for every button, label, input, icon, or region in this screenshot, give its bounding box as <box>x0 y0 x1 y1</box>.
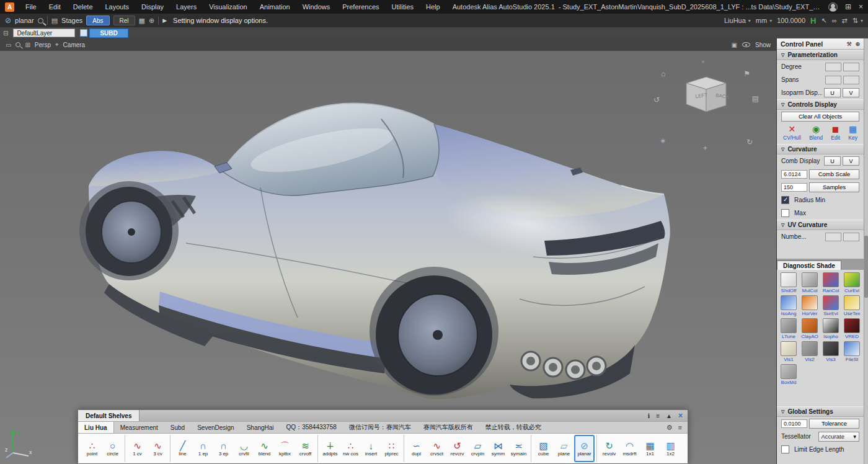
tool-dupl[interactable]: ∽ dupl <box>406 435 427 462</box>
tool-addpts[interactable]: ∔ addpts <box>320 435 340 462</box>
samples-button[interactable]: Samples <box>809 182 859 192</box>
diagnostic-shade-titlebar[interactable]: Diagnostic Shade <box>777 259 864 270</box>
subd-layer-tab[interactable]: SUBD <box>89 29 128 38</box>
tool-line[interactable]: ╱ line <box>172 435 193 462</box>
shade-rancol-button[interactable]: RanCol <box>820 272 841 293</box>
radius-min-checkbox[interactable] <box>781 196 789 204</box>
swap-icon[interactable]: ⇄ <box>842 17 848 25</box>
shelf-tab-subd[interactable]: Subd <box>164 422 191 433</box>
menu-preferences[interactable]: Preferences <box>336 3 385 11</box>
point-snap-icon[interactable]: ⊕ <box>149 17 154 25</box>
tool-kptbx[interactable]: ⌒ kptbx <box>275 435 295 462</box>
isoparm-v-button[interactable]: V <box>843 88 859 97</box>
dropdown-icon[interactable]: ▾ <box>861 18 863 24</box>
shade-isoang-button[interactable]: IsoAng <box>778 295 799 316</box>
menu-help[interactable]: Help <box>420 3 446 11</box>
tool-crvoff[interactable]: ≋ crvoff <box>295 435 316 462</box>
collapse-icon[interactable]: ▲ <box>666 413 672 419</box>
tool-crvsct[interactable]: ∿ crvsct <box>427 435 447 462</box>
tool-1x2[interactable]: ▥ 1x2 <box>660 435 681 462</box>
section-uv-curvature[interactable]: ▽ UV Curvature <box>777 220 864 230</box>
viewport-persp-label[interactable]: Persp <box>35 42 51 48</box>
shelf-tab-shanghai[interactable]: ShangHai <box>241 422 280 433</box>
user-avatar-icon[interactable] <box>828 2 838 12</box>
tessellator-select[interactable]: Accurate ▾ <box>818 432 860 442</box>
tool-cube[interactable]: ▧ cube <box>533 435 554 462</box>
shade-usetex-button[interactable]: UseTex <box>841 295 862 316</box>
units-label[interactable]: mm <box>756 17 767 24</box>
shelf-tab-liu-hua[interactable]: Liu Hua <box>78 422 114 433</box>
abs-button[interactable]: Abs <box>86 16 109 25</box>
menu-layers[interactable]: Layers <box>170 3 203 11</box>
samples-field[interactable]: 150 <box>781 183 807 192</box>
shade-filest-button[interactable]: FileSt <box>841 341 862 362</box>
tool-point[interactable]: ∴ point <box>82 435 102 462</box>
tool-msdrft[interactable]: ◠ msdrft <box>619 435 640 462</box>
tool-1-cv[interactable]: ∿ 1 cv <box>127 435 148 462</box>
eye-icon[interactable] <box>742 42 750 47</box>
tool-revcrv[interactable]: ↺ revcrv <box>447 435 467 462</box>
tool-plane[interactable]: ▱ plane <box>554 435 574 462</box>
shade-vis2-button[interactable]: Vis2 <box>799 341 820 362</box>
tool-ptprec[interactable]: ∷ ptprec <box>381 435 402 462</box>
control-panel-header[interactable]: Control Panel ⚒ ⊕ <box>777 38 864 50</box>
layers-icon[interactable]: ⊟ <box>3 30 8 37</box>
search-icon[interactable] <box>38 18 43 24</box>
max-checkbox[interactable] <box>781 209 789 217</box>
comb-scale-field[interactable]: 6.0124 <box>781 170 807 179</box>
shelves-window[interactable]: Default Shelves ℹ ≡ ▲ × Liu HuaMeasureme… <box>78 409 688 464</box>
scale-value[interactable]: 100.0000 <box>777 17 805 24</box>
pin-icon[interactable]: ⊕ <box>855 41 860 47</box>
shade-ltune-button[interactable]: LTune <box>778 318 799 339</box>
clear-all-objects-button[interactable]: Clear All Objects <box>781 112 859 122</box>
key-button[interactable]: ▦ Key <box>848 125 857 141</box>
uv-field-2[interactable] <box>843 233 859 241</box>
comb-scale-button[interactable]: Comb Scale <box>809 169 859 179</box>
degree-u-field[interactable] <box>825 63 841 71</box>
shade-curevl-button[interactable]: CurEvl <box>841 272 862 293</box>
comb-v-button[interactable]: V <box>843 156 859 166</box>
menu-windows[interactable]: Windows <box>296 3 337 11</box>
section-controls-display[interactable]: ▽ Controls Display <box>777 99 864 110</box>
default-layer-tab[interactable]: DefaultLayer <box>13 29 75 37</box>
shade-mulcol-button[interactable]: MulCol <box>799 272 820 293</box>
history-badge[interactable]: H <box>810 16 816 25</box>
tool-planar[interactable]: ⊘ planar <box>574 435 595 462</box>
shade-horver-button[interactable]: HorVer <box>799 295 820 316</box>
shelf-tab-measurement[interactable]: Measurement <box>114 422 164 433</box>
subd-swatch-icon[interactable] <box>80 29 87 37</box>
tool-3-cv[interactable]: ∿ 3 cv <box>148 435 168 462</box>
perspective-viewport[interactable]: ▭ ⊞ Persp ⌖ Camera ▣ Show ▫ ⌂ ⚑ ↺ ▤ ∗ + … <box>0 38 776 464</box>
shade-shdoff-button[interactable]: ShdOff <box>778 272 799 293</box>
shade-surevl-button[interactable]: SurEvl <box>820 295 841 316</box>
wrench-icon[interactable]: ⚒ <box>846 41 851 47</box>
shade-isopho-button[interactable]: Isopho <box>820 318 841 339</box>
viewport-layout-icon[interactable]: ⊞ <box>25 42 30 48</box>
tool-circle[interactable]: ○ circle <box>102 435 123 462</box>
tool-blend[interactable]: ∿ blend <box>254 435 275 462</box>
shade-vis1-button[interactable]: Vis1 <box>778 341 799 362</box>
degree-v-field[interactable] <box>843 63 859 71</box>
menu-file[interactable]: File <box>19 3 43 11</box>
grid-snap-icon[interactable]: ▦ <box>139 17 145 25</box>
tool-1x1[interactable]: ▦ 1x1 <box>640 435 660 462</box>
section-global-settings[interactable]: ▽ Global Settings <box>777 406 864 417</box>
spans-v-field[interactable] <box>843 76 859 84</box>
shade-vis3-button[interactable]: Vis3 <box>820 341 841 362</box>
link-icon[interactable]: ∞ <box>832 17 837 24</box>
shelf-tab-sevendesign[interactable]: SevenDesign <box>191 422 240 433</box>
menu-visualization[interactable]: Visualization <box>203 3 254 11</box>
cube-lock-icon[interactable]: ▫ <box>702 57 704 66</box>
section-curvature[interactable]: ▽ Curvature <box>777 144 864 154</box>
view-cube-graphic[interactable]: LEFT BACK <box>653 66 759 140</box>
zoom-plus-icon[interactable]: + <box>703 144 707 153</box>
shade-boxmd-button[interactable]: BoxMd <box>778 364 799 385</box>
tool-symaln[interactable]: ≍ symaln <box>508 435 529 462</box>
stages-label[interactable]: Stages <box>61 17 82 24</box>
comb-u-button[interactable]: U <box>824 156 841 166</box>
hamburger-icon[interactable]: ≡ <box>678 424 682 431</box>
menu-animation[interactable]: Animation <box>254 3 296 11</box>
show-label[interactable]: Show <box>755 42 771 48</box>
tool-1-ep[interactable]: ∩ 1 ep <box>193 435 213 462</box>
scrollbar-thumb[interactable] <box>864 236 868 298</box>
